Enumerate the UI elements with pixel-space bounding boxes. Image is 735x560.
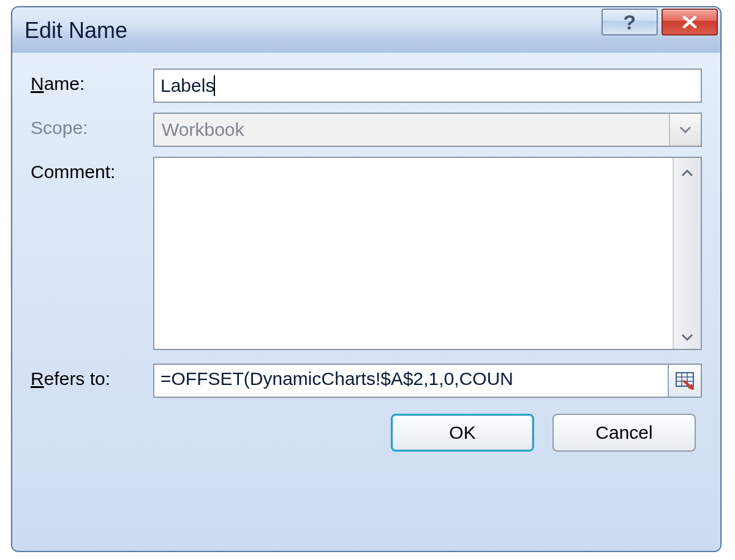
help-button[interactable]: ? (601, 9, 658, 35)
help-icon: ? (624, 10, 636, 34)
comment-textarea-body[interactable] (154, 158, 673, 349)
chevron-up-icon (681, 170, 693, 177)
comment-scrollbar[interactable] (673, 158, 701, 349)
scroll-up-arrow[interactable] (681, 162, 693, 181)
cancel-button[interactable]: Cancel (552, 414, 696, 452)
titlebar-buttons: ? (601, 9, 718, 35)
refers-to-row: Refers to: =OFFSET(DynamicCharts!$A$2,1,… (31, 364, 702, 398)
refers-to-input[interactable]: =OFFSET(DynamicCharts!$A$2,1,0,COUN (153, 364, 702, 398)
comment-label: Comment: (31, 157, 153, 182)
scope-value: Workbook (154, 119, 669, 140)
text-cursor (214, 75, 215, 96)
range-selector-icon (674, 370, 695, 391)
comment-field-cell (153, 157, 702, 350)
name-input[interactable]: Labels (153, 69, 702, 103)
scope-field-cell: Workbook (153, 113, 702, 147)
name-field-cell: Labels (153, 69, 702, 103)
scope-combo: Workbook (153, 113, 702, 147)
dialog-buttons: OK Cancel (31, 414, 702, 452)
comment-textarea[interactable] (153, 157, 702, 350)
chevron-down-icon (679, 126, 692, 133)
refers-to-field-cell: =OFFSET(DynamicCharts!$A$2,1,0,COUN (153, 364, 702, 398)
edit-name-dialog: Edit Name ? Name: Labels Scope: (11, 6, 722, 552)
ok-button[interactable]: OK (391, 414, 534, 452)
refers-to-label: Refers to: (31, 364, 153, 389)
scope-dropdown-button (669, 114, 701, 146)
scope-label: Scope: (31, 113, 153, 138)
close-icon (676, 16, 704, 28)
scroll-down-arrow[interactable] (681, 326, 693, 345)
close-button[interactable] (662, 9, 718, 35)
dialog-body: Name: Labels Scope: Workbook (12, 53, 720, 551)
scope-row: Scope: Workbook (31, 113, 702, 147)
svg-rect-0 (676, 373, 693, 386)
titlebar: Edit Name ? (12, 7, 720, 53)
refers-to-value[interactable]: =OFFSET(DynamicCharts!$A$2,1,0,COUN (154, 365, 668, 397)
dialog-title: Edit Name (24, 17, 127, 43)
name-label: Name: (31, 69, 153, 94)
comment-row: Comment: (31, 157, 702, 350)
chevron-down-icon (681, 334, 693, 341)
name-row: Name: Labels (31, 69, 702, 103)
collapse-dialog-button[interactable] (668, 365, 701, 397)
